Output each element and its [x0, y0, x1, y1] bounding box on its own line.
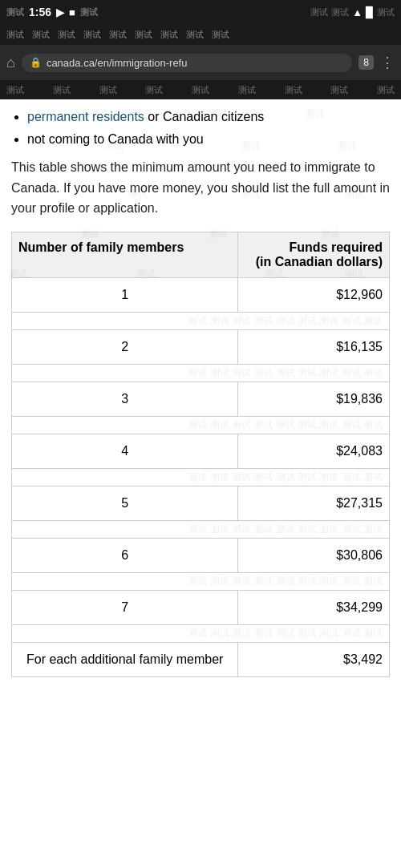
rec-icon: ■ — [69, 6, 75, 18]
bullet-item-2: not coming to Canada with you — [27, 130, 390, 149]
play-icon: ▶ — [56, 6, 64, 18]
table-row: 3$19,836 — [12, 382, 390, 416]
time-display: 1:56 — [29, 6, 51, 18]
status-left: 测试 1:56 ▶ ■ 测试 — [6, 6, 98, 18]
watermark-table-row: 测试 测试 测试 测试 测试 测试 测试 测试 测试 — [12, 364, 390, 382]
url-text: canada.ca/en/immigration-refu — [47, 57, 344, 69]
intro-text-content: This table shows the minimum amount you … — [11, 160, 390, 215]
cell-funds: $16,135 — [238, 329, 390, 364]
wm-b9: 测试 — [377, 84, 395, 96]
bullet-list: permanent residents or Canadian citizens… — [11, 107, 390, 149]
cell-members: 4 — [12, 434, 238, 468]
funds-table: Number of family members Funds required(… — [11, 232, 390, 677]
permanent-residents-link[interactable]: permanent residents — [27, 110, 144, 123]
table-row: 7$34,299 — [12, 590, 390, 624]
battery-icon: ▉ — [366, 6, 374, 18]
cell-additional-funds: $3,492 — [238, 642, 390, 676]
watermark-table-row: 测试 测试 测试 测试 测试 测试 测试 测试 测试 — [12, 624, 390, 642]
col-header-funds: Funds required(in Canadian dollars) — [238, 232, 390, 277]
watermark-table-row: 测试 测试 测试 测试 测试 测试 测试 测试 测试 — [12, 520, 390, 538]
watermark-5: 测试 — [377, 6, 395, 18]
wm-t2: 测试 — [32, 29, 50, 41]
wm-b2: 测试 — [53, 84, 71, 96]
watermark-table-row: 测试 测试 测试 测试 测试 测试 测试 测试 测试 — [12, 572, 390, 590]
cell-members: 7 — [12, 590, 238, 624]
table-body: 1$12,960测试 测试 测试 测试 测试 测试 测试 测试 测试2$16,1… — [12, 277, 390, 676]
status-bar-2: 测试 测试 测试 测试 测试 测试 测试 测试 测试 — [0, 24, 401, 45]
table-row: 1$12,960 — [12, 277, 390, 312]
lock-icon: 🔒 — [30, 57, 42, 68]
table-row: 5$27,315 — [12, 486, 390, 520]
status-right: 测试 测试 ▲ ▉ 测试 — [310, 6, 395, 18]
watermark-1: 测试 — [6, 6, 24, 18]
wm-b4: 测试 — [145, 84, 163, 96]
intro-paragraph: This table shows the minimum amount you … — [11, 157, 390, 219]
watermark-2: 测试 — [80, 6, 98, 18]
cell-additional-label: For each additional family member — [12, 642, 238, 676]
cell-members: 3 — [12, 382, 238, 416]
wm-t3: 测试 — [58, 29, 75, 41]
wm-t1: 测试 — [6, 29, 24, 41]
bullet-2-text: not coming to Canada with you — [27, 132, 204, 146]
wm-b7: 测试 — [285, 84, 302, 96]
watermark-row-top: 测试 测试 测试 测试 测试 测试 测试 测试 测试 — [6, 29, 229, 41]
wm-b6: 测试 — [238, 84, 256, 96]
bullet-item-1: permanent residents or Canadian citizens — [27, 107, 390, 127]
status-bar-1: 测试 1:56 ▶ ■ 测试 测试 测试 ▲ ▉ 测试 — [0, 0, 401, 24]
wm-t9: 测试 — [212, 29, 229, 41]
wm-t7: 测试 — [160, 29, 178, 41]
browser-bar: ⌂ 🔒 canada.ca/en/immigration-refu 8 ⋮ — [0, 45, 401, 80]
cell-members: 1 — [12, 277, 238, 312]
watermark-3: 测试 — [310, 6, 328, 18]
wm-b3: 测试 — [99, 84, 117, 96]
wm-b8: 测试 — [330, 84, 348, 96]
wm-t8: 测试 — [186, 29, 204, 41]
cell-funds: $24,083 — [238, 434, 390, 468]
page-content: 测试 测试 测试 测试 测试 测试 测试 测试 测试 测试 测试 测试 测试 测… — [0, 99, 401, 685]
cell-funds: $27,315 — [238, 486, 390, 520]
cell-funds: $34,299 — [238, 590, 390, 624]
cell-funds: $19,836 — [238, 382, 390, 416]
url-bar[interactable]: 🔒 canada.ca/en/immigration-refu — [22, 54, 352, 72]
wm-t5: 测试 — [109, 29, 127, 41]
cell-funds: $30,806 — [238, 538, 390, 572]
cell-members: 2 — [12, 329, 238, 364]
watermark-table-row: 测试 测试 测试 测试 测试 测试 测试 测试 测试 — [12, 416, 390, 434]
wm-t6: 测试 — [135, 29, 152, 41]
additional-family-row: For each additional family member$3,492 — [12, 642, 390, 676]
home-button[interactable]: ⌂ — [6, 55, 15, 71]
col-header-members-text: Number of family members — [18, 240, 184, 254]
wm-b1: 测试 — [6, 84, 24, 96]
watermark-table-row: 测试 测试 测试 测试 测试 测试 测试 测试 测试 — [12, 312, 390, 329]
wm-b5: 测试 — [192, 84, 209, 96]
wm-t4: 测试 — [83, 29, 101, 41]
col-header-funds-text: Funds required(in Canadian dollars) — [256, 240, 383, 268]
tab-count[interactable]: 8 — [358, 55, 374, 70]
menu-button[interactable]: ⋮ — [380, 54, 395, 71]
wifi-icon: ▲ — [352, 6, 363, 18]
table-row: 2$16,135 — [12, 329, 390, 364]
col-header-members: Number of family members — [12, 232, 238, 277]
cell-funds: $12,960 — [238, 277, 390, 312]
table-header-row: Number of family members Funds required(… — [12, 232, 390, 277]
table-row: 4$24,083 — [12, 434, 390, 468]
watermark-bar-bottom: 测试 测试 测试 测试 测试 测试 测试 测试 测试 — [0, 80, 401, 99]
bullet-1-suffix: or Canadian citizens — [144, 110, 264, 123]
watermark-table-row: 测试 测试 测试 测试 测试 测试 测试 测试 测试 — [12, 468, 390, 486]
cell-members: 5 — [12, 486, 238, 520]
watermark-4: 测试 — [331, 6, 349, 18]
cell-members: 6 — [12, 538, 238, 572]
table-row: 6$30,806 — [12, 538, 390, 572]
